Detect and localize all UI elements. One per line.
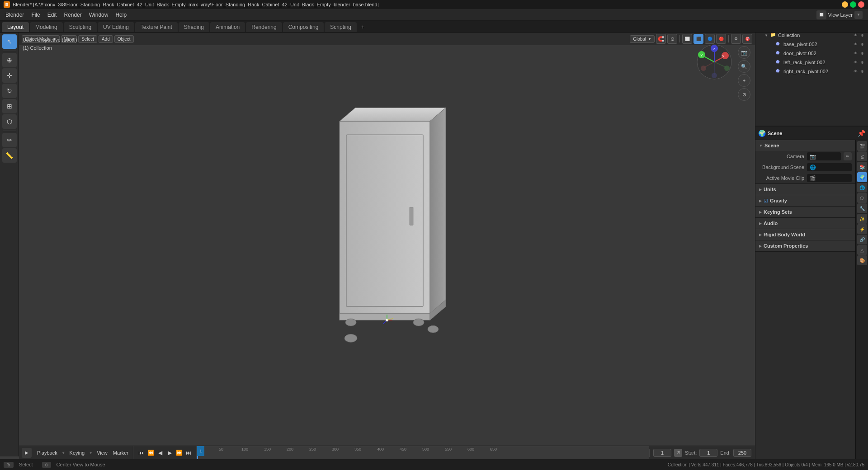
camera-view-btn[interactable]: 📷: [738, 46, 750, 59]
prop-tab-material[interactable]: 🎨: [857, 255, 867, 265]
gizmos-btn[interactable]: 🎯: [742, 34, 752, 44]
bg-scene-value[interactable]: 🌐: [807, 163, 852, 171]
keying-menu[interactable]: Keying: [68, 450, 87, 456]
keying-sets-section: ▶ Keying Sets: [755, 207, 855, 218]
scene-section-header[interactable]: ▼ Scene: [755, 140, 855, 151]
material-btn[interactable]: 🔵: [705, 34, 715, 44]
viewport-3d[interactable]: Object Mode ▼ View Select Add Object Glo…: [19, 33, 755, 446]
view-menu-tl[interactable]: View: [95, 450, 109, 456]
prop-tab-output[interactable]: 🖨: [857, 151, 867, 161]
end-label: End:: [720, 450, 731, 456]
jump-start-btn[interactable]: ⏮: [137, 449, 145, 457]
tree-left-rack[interactable]: ▶ ⬟ left_rack_pivot.002 👁 🖱: [755, 58, 868, 67]
proportional-edit-btn[interactable]: ⊙: [667, 34, 677, 44]
zoom-in-btn[interactable]: +: [738, 74, 750, 87]
window-controls[interactable]: [842, 1, 864, 8]
global-dropdown[interactable]: Global ▼: [630, 35, 655, 43]
frame-clock-icon[interactable]: ⏱: [674, 449, 682, 457]
wireframe-btn[interactable]: ⬜: [682, 34, 692, 44]
prop-tab-object[interactable]: ⬡: [857, 193, 867, 203]
timeline-ruler[interactable]: 1 50 100 150 200 250 300 350 400 450 500…: [196, 446, 649, 459]
keying-sets-header[interactable]: ▶ Keying Sets: [755, 207, 855, 217]
tool-annotate[interactable]: ✏: [2, 133, 17, 147]
menu-file[interactable]: File: [28, 11, 43, 19]
tool-scale[interactable]: ⊞: [2, 99, 17, 113]
current-frame-marker[interactable]: 1: [197, 446, 204, 456]
menu-help[interactable]: Help: [112, 11, 130, 19]
local-view-btn[interactable]: ⊙: [738, 88, 750, 101]
tool-measure[interactable]: 📏: [2, 148, 17, 163]
prop-tab-modifier[interactable]: 🔧: [857, 203, 867, 213]
prop-tab-physics[interactable]: ⚡: [857, 224, 867, 234]
prop-tab-world[interactable]: 🌐: [857, 183, 867, 193]
rigid-body-world-header[interactable]: ▶ Rigid Body World: [755, 229, 855, 240]
start-frame-field[interactable]: 1: [699, 449, 717, 457]
tool-rotate[interactable]: ↻: [2, 84, 17, 98]
camera-edit-btn[interactable]: ✏: [844, 152, 852, 160]
tab-compositing[interactable]: Compositing: [283, 22, 324, 32]
view-layer-expand[interactable]: ▼: [854, 11, 863, 19]
workspace-tabs: Layout Modeling Sculpting UV Editing Tex…: [0, 21, 868, 33]
add-workspace-button[interactable]: +: [358, 22, 368, 32]
movie-clip-value[interactable]: 🎬: [807, 174, 852, 182]
play-reverse-btn[interactable]: ◀: [156, 449, 164, 457]
menu-render[interactable]: Render: [60, 11, 85, 19]
prop-tab-view-layer[interactable]: 📚: [857, 162, 867, 172]
view-layer-label: View Layer: [828, 12, 853, 18]
status-bar: 🖱 Select ⊙ Center View to Mouse Collecti…: [0, 459, 868, 470]
grid-overlay: .grid-line { stroke: #4a4a4a; stroke-wid…: [19, 33, 155, 100]
tab-scripting[interactable]: Scripting: [325, 22, 357, 32]
view-layer-icon[interactable]: 🔲: [816, 10, 826, 19]
tool-cursor[interactable]: ⊕: [2, 53, 17, 67]
tab-uv-editing[interactable]: UV Editing: [98, 22, 134, 32]
tab-sculpting[interactable]: Sculpting: [64, 22, 97, 32]
prop-tab-data[interactable]: △: [857, 245, 867, 255]
playback-menu[interactable]: Playback: [35, 450, 59, 456]
render-btn[interactable]: 🔴: [716, 34, 726, 44]
tool-move[interactable]: ✛: [2, 68, 17, 83]
tab-texture-paint[interactable]: Texture Paint: [135, 22, 178, 32]
prop-tab-scene[interactable]: 🌍: [857, 172, 867, 182]
tab-rendering[interactable]: Rendering: [246, 22, 282, 32]
active-movie-clip-row: Active Movie Clip 🎬: [755, 173, 855, 183]
tab-modeling[interactable]: Modeling: [30, 22, 63, 32]
timeline-mode-btn[interactable]: ▶: [22, 448, 32, 458]
prop-tab-particles[interactable]: ✨: [857, 214, 867, 224]
viewport-overlays-btn[interactable]: ⚙: [731, 34, 741, 44]
tab-shading[interactable]: Shading: [179, 22, 209, 32]
minimize-button[interactable]: [842, 1, 848, 8]
jump-end-btn[interactable]: ⏭: [184, 449, 193, 457]
tool-transform[interactable]: ⬡: [2, 114, 17, 129]
rigid-body-world-section: ▶ Rigid Body World: [755, 229, 855, 240]
maximize-button[interactable]: [850, 1, 856, 8]
tree-base-pivot[interactable]: ▶ ⬟ base_pivot.002 👁 🖱: [755, 40, 868, 49]
prop-panel-pin[interactable]: 📌: [858, 130, 865, 137]
current-frame-field[interactable]: 1: [653, 449, 671, 457]
prop-tab-constraints[interactable]: 🔗: [857, 235, 867, 244]
units-header[interactable]: ▶ Units: [755, 184, 855, 195]
audio-header[interactable]: ▶ Audio: [755, 218, 855, 229]
snap-magnet-btn[interactable]: 🧲: [656, 34, 666, 44]
menu-edit[interactable]: Edit: [44, 11, 61, 19]
end-frame-field[interactable]: 250: [733, 449, 751, 457]
tab-animation[interactable]: Animation: [210, 22, 245, 32]
camera-value[interactable]: 📷: [807, 152, 841, 160]
marker-menu[interactable]: Marker: [111, 450, 130, 456]
tree-right-rack[interactable]: ▶ ⬟ right_rack_pivot.002 👁 🖱: [755, 67, 868, 76]
tool-select[interactable]: ↖: [2, 34, 17, 49]
play-btn[interactable]: ▶: [165, 449, 174, 457]
menu-blender[interactable]: Blender: [2, 11, 28, 19]
custom-properties-header[interactable]: ▶ Custom Properties: [755, 240, 855, 251]
prev-keyframe-btn[interactable]: ⏪: [146, 449, 155, 457]
solid-btn[interactable]: ⬛: [693, 34, 703, 44]
next-keyframe-btn[interactable]: ⏩: [175, 449, 183, 457]
tree-door-pivot[interactable]: ▶ ⬟ door_pivot.002 👁 🖱: [755, 49, 868, 58]
close-button[interactable]: [858, 1, 864, 8]
viewport-axes-gizmo[interactable]: X Y Z: [696, 44, 732, 80]
tab-layout[interactable]: Layout: [2, 22, 29, 32]
svg-point-31: [428, 325, 439, 333]
gravity-header[interactable]: ▶ ☑ Gravity: [755, 195, 855, 206]
zoom-out-btn[interactable]: 🔍: [738, 60, 750, 73]
prop-tab-render[interactable]: 🎬: [857, 141, 867, 151]
menu-window[interactable]: Window: [85, 11, 112, 19]
